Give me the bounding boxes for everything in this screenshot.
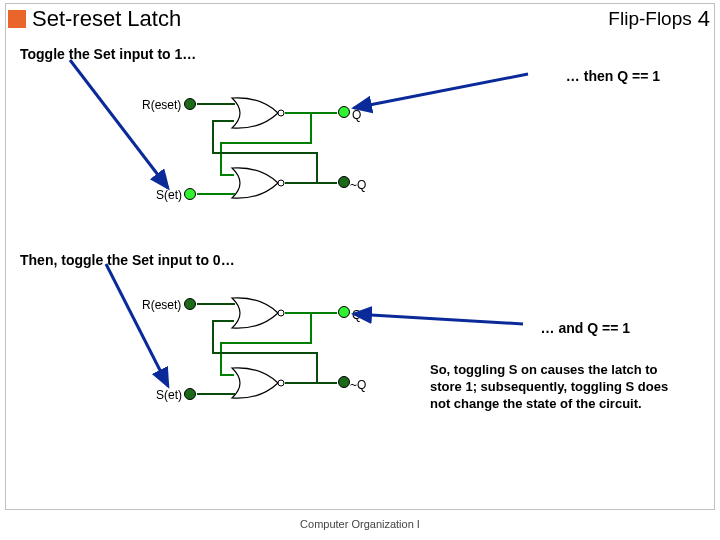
svg-point-6 [278, 310, 284, 316]
wire [220, 342, 222, 374]
wire [220, 342, 312, 344]
nor-gate-top [230, 296, 285, 330]
wire [212, 320, 234, 322]
arrow-then1 [348, 72, 548, 112]
wire [285, 382, 337, 384]
svg-point-7 [278, 380, 284, 386]
footer-text: Computer Organization I [0, 518, 720, 530]
led-notq-output [338, 176, 350, 188]
wire [220, 142, 222, 174]
label-notq: ~Q [350, 178, 366, 192]
wire [197, 193, 235, 195]
nor-gate-bottom [230, 166, 285, 200]
explanation-text: So, toggling S on causes the latch to st… [430, 362, 680, 413]
wire [316, 352, 318, 382]
wire [212, 320, 214, 352]
wire [220, 174, 234, 176]
svg-line-1 [354, 74, 528, 108]
title-bar: Set-reset Latch Flip-Flops 4 [8, 6, 710, 32]
wire [212, 352, 318, 354]
wire [220, 142, 312, 144]
bullet-icon [8, 10, 26, 28]
wire [316, 152, 318, 182]
wire [212, 152, 318, 154]
svg-line-4 [106, 264, 168, 386]
then2-text: … and Q == 1 [541, 320, 630, 336]
wire [212, 120, 214, 152]
wire [197, 303, 235, 305]
arrow-to-set-2 [100, 264, 200, 404]
page-title: Set-reset Latch [32, 6, 608, 32]
arrow-to-set-1 [60, 60, 200, 210]
wire [285, 182, 337, 184]
nor-gate-bottom [230, 366, 285, 400]
led-notq-output [338, 376, 350, 388]
wire [197, 103, 235, 105]
wire [197, 393, 235, 395]
section-label: Flip-Flops [608, 8, 691, 30]
wire [310, 312, 312, 342]
wire [220, 374, 234, 376]
svg-line-0 [70, 60, 168, 188]
slide-body: Toggle the Set input to 1… … then Q == 1… [20, 42, 700, 500]
svg-point-2 [278, 110, 284, 116]
wire [212, 120, 234, 122]
arrow-then2 [348, 306, 548, 334]
wire [310, 112, 312, 142]
svg-line-5 [354, 314, 523, 324]
label-notq: ~Q [350, 378, 366, 392]
nor-gate-top [230, 96, 285, 130]
then1-text: … then Q == 1 [566, 68, 660, 84]
svg-point-3 [278, 180, 284, 186]
page-number: 4 [698, 6, 710, 32]
